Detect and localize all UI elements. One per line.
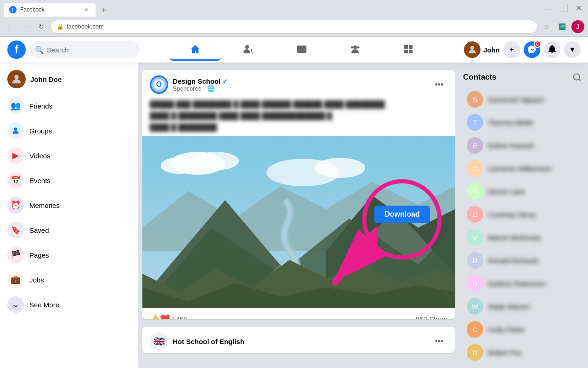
extension-button[interactable]: 🧩 [556, 20, 569, 33]
contact-avatar-wade: W [467, 298, 483, 315]
nav-marketplace[interactable] [383, 39, 434, 61]
see-more-icon: ⌄ [7, 296, 24, 313]
address-bar[interactable]: 🔒 facebook.com [51, 20, 537, 34]
active-tab[interactable]: f Facebook ✕ [4, 3, 96, 17]
memories-icon: ⏰ [7, 197, 24, 213]
contact-savannah[interactable]: S Savannah Nguyen [463, 88, 584, 110]
contact-esther[interactable]: E Esther Howard [463, 134, 584, 156]
post-1-more-button[interactable]: ••• [431, 76, 447, 93]
lock-icon: 🔒 [57, 23, 64, 30]
tab-close-button[interactable]: ✕ [83, 6, 90, 13]
minimize-button[interactable]: — [541, 4, 554, 13]
extension-icon: 🧩 [558, 22, 567, 31]
post-1-meta: Sponsored · 🌐 [173, 85, 426, 92]
contact-name-darlene: Darlene Robertson [488, 280, 546, 288]
contact-cody[interactable]: C Cody Fisher [463, 318, 584, 340]
sidebar-events-label: Events [29, 177, 51, 184]
design-school-logo-text: O [156, 80, 162, 89]
contact-avatar-cody: C [467, 321, 483, 338]
messenger-button[interactable]: 6 [524, 41, 540, 58]
left-sidebar: John Doe 👥 Friends Groups ▶ Videos [0, 63, 138, 368]
back-button[interactable]: ← [4, 20, 17, 33]
search-icon: 🔍 [35, 46, 44, 54]
marketplace-icon [403, 44, 414, 55]
post-1-page-name: Design School ✓ [173, 77, 426, 85]
contact-cameron[interactable]: C Cameron Williamson [463, 157, 584, 179]
contact-ronald[interactable]: R Ronald Richards [463, 249, 584, 271]
tab-title: Facebook [20, 6, 79, 13]
sidebar-item-saved[interactable]: 🔖 Saved [4, 218, 134, 242]
menu-button[interactable]: ▼ [564, 41, 581, 58]
contact-name-courtney: Courtney Henry [488, 211, 536, 218]
bell-icon [548, 45, 557, 54]
svg-point-12 [470, 46, 474, 50]
contact-name-wade: Wade Warren [488, 303, 530, 310]
nav-home[interactable] [170, 39, 221, 61]
contact-marvin[interactable]: M Marvin McKinney [463, 226, 584, 248]
like-reaction-emoji: 👍 [150, 314, 160, 319]
sidebar-item-groups[interactable]: Groups [4, 119, 134, 143]
fb-header-right: John + 6 ▼ [464, 41, 581, 58]
bookmark-button[interactable]: ☆ [540, 20, 553, 33]
notifications-button[interactable] [544, 41, 560, 58]
sidebar-item-pages[interactable]: 🏴 Pages [4, 243, 134, 267]
user-avatar [464, 41, 481, 58]
contacts-search-icon [572, 73, 582, 82]
sidebar-item-see-more[interactable]: ⌄ See More [4, 293, 134, 316]
contact-robert[interactable]: R Robert Fox [463, 341, 584, 363]
fb-logo: f [7, 40, 26, 59]
sidebar-item-events[interactable]: 📅 Events [4, 168, 134, 192]
search-bar[interactable]: 🔍 Search [29, 41, 140, 58]
contact-darlene[interactable]: D Darlene Robertson [463, 272, 584, 294]
sidebar-item-jobs[interactable]: 💼 Jobs [4, 268, 134, 292]
sidebar-groups-label: Groups [29, 127, 52, 135]
groups-icon [7, 122, 24, 139]
search-text: Search [47, 46, 69, 54]
contact-devon[interactable]: D Devon Lane [463, 180, 584, 202]
sidebar-item-friends[interactable]: 👥 Friends [4, 94, 134, 118]
love-reaction-emoji: ❤️ [160, 314, 170, 319]
sidebar-user-profile[interactable]: John Doe [4, 66, 134, 92]
post-1-header: O Design School ✓ Sponsored · 🌐 [142, 70, 455, 99]
messenger-badge: 6 [534, 40, 541, 48]
forward-button[interactable]: → [19, 20, 32, 33]
nav-groups[interactable] [329, 39, 381, 61]
add-button[interactable]: + [503, 41, 520, 58]
svg-rect-11 [409, 50, 413, 53]
post-2-more-button[interactable]: ••• [431, 333, 447, 350]
contacts-search-button[interactable] [570, 70, 584, 85]
new-tab-button[interactable]: + [97, 4, 110, 17]
verified-badge: ✓ [222, 78, 228, 85]
dropdown-icon: ▼ [569, 46, 576, 54]
fb-feed: O Design School ✓ Sponsored · 🌐 [138, 63, 459, 368]
profile-avatar[interactable]: J [571, 20, 584, 33]
svg-rect-8 [404, 45, 408, 49]
svg-point-14 [14, 127, 17, 131]
user-profile[interactable]: John [464, 41, 500, 58]
svg-point-7 [351, 46, 353, 48]
fb-header: f 🔍 Search [0, 37, 588, 63]
contact-courtney[interactable]: C Courtney Henry [463, 203, 584, 225]
contact-avatar-savannah: S [467, 91, 483, 108]
videos-icon: ▶ [7, 147, 24, 164]
shares-count[interactable]: 862 Share [416, 315, 447, 320]
maximize-button[interactable]: ⬜ [556, 4, 571, 13]
nav-watch[interactable] [276, 39, 328, 61]
sidebar-item-memories[interactable]: ⏰ Memories [4, 193, 134, 217]
contact-name-ronald: Ronald Richards [488, 257, 539, 264]
contact-theresa[interactable]: T Theresa Webb [463, 111, 584, 133]
close-button[interactable]: ✕ [573, 4, 584, 13]
refresh-button[interactable]: ↻ [35, 20, 48, 33]
add-icon: + [509, 46, 514, 54]
watch-icon [296, 44, 307, 55]
sidebar-jobs-label: Jobs [29, 276, 44, 284]
sidebar-item-videos[interactable]: ▶ Videos [4, 144, 134, 167]
svg-point-2 [245, 45, 249, 49]
contact-wade[interactable]: W Wade Warren [463, 295, 584, 317]
nav-friends[interactable] [223, 39, 274, 61]
contact-avatar-courtney: C [467, 206, 483, 223]
groups-icon [350, 44, 361, 55]
right-sidebar: Contacts S Savannah Nguyen T Theresa [459, 63, 588, 368]
svg-point-13 [14, 75, 18, 79]
post-1-image-container: Download [142, 136, 455, 310]
